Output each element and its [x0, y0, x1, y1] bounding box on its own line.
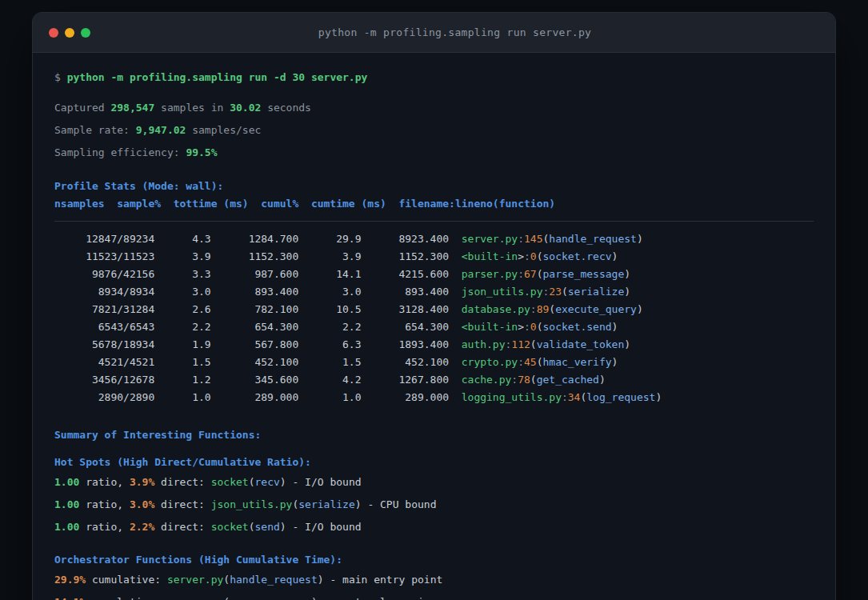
row-close-paren: ) [637, 233, 643, 245]
hot-ratio: 1.00 [54, 476, 79, 488]
row-colon: : [518, 356, 524, 368]
captured-seconds: 30.02 [230, 102, 261, 114]
row-open-paren: ( [549, 303, 555, 315]
hot-close-paren: ) [280, 476, 286, 488]
row-metrics: 7821/31284 2.6 782.100 10.5 3128.400 [54, 303, 462, 315]
efficiency-value: 99.5% [186, 146, 217, 158]
orch-note: - protocol parsing [318, 596, 437, 600]
profile-table-row: 4521/4521 1.5 452.100 1.5 452.100 crypto… [54, 354, 814, 371]
row-close-paren: ) [624, 338, 630, 350]
row-open-paren: ( [530, 374, 537, 386]
row-colon: : [562, 391, 568, 403]
row-close-paren: ) [624, 286, 630, 298]
hot-ratio-label: ratio, [79, 476, 130, 488]
hot-ratio: 1.00 [54, 498, 79, 510]
hot-note: - CPU bound [362, 498, 437, 510]
hot-ratio-label: ratio, [79, 498, 130, 510]
window-titlebar[interactable]: python -m profiling.sampling run server.… [33, 13, 835, 53]
orch-close-paren: ) [311, 596, 318, 600]
minimize-button-icon[interactable] [65, 28, 74, 38]
row-filename-bracket: > [518, 250, 524, 262]
row-metrics: 6543/6543 2.2 654.300 2.2 654.300 [54, 321, 462, 333]
hot-ratio-label: ratio, [79, 521, 130, 533]
row-lineno: 112 [511, 338, 530, 350]
row-function: socket.recv [543, 250, 612, 262]
hot-file: socket [211, 476, 249, 488]
row-open-paren: ( [537, 356, 543, 368]
row-colon: : [518, 268, 524, 280]
row-lineno: 145 [524, 233, 542, 245]
rate-unit: samples/sec [186, 124, 261, 136]
sampling-efficiency-line: Sampling efficiency: 99.5% [54, 144, 814, 162]
hot-function: send [255, 521, 280, 533]
row-close-paren: ) [624, 268, 630, 280]
row-lineno: 23 [549, 286, 562, 298]
row-function: serialize [568, 286, 624, 298]
hot-close-paren: ) [280, 521, 286, 533]
hot-file: socket [211, 521, 249, 533]
row-open-paren: ( [537, 268, 543, 280]
row-lineno: 0 [530, 321, 537, 333]
hot-function: serialize [298, 498, 354, 510]
row-colon: : [511, 374, 518, 386]
orchestrator-item: 29.9% cumulative: server.py(handle_reque… [54, 571, 814, 589]
captured-label: Captured [54, 102, 110, 114]
hot-direct-pct: 2.2% [130, 521, 154, 533]
terminal-content[interactable]: $ python -m profiling.sampling run -d 30… [33, 69, 835, 600]
profile-table-row: 12847/89234 4.3 1284.700 29.9 8923.400 s… [54, 230, 814, 248]
orchestrator-list: 29.9% cumulative: server.py(handle_reque… [54, 571, 814, 600]
row-open-paren: ( [562, 286, 568, 298]
row-close-paren: ) [612, 250, 618, 262]
row-function: socket.send [543, 321, 612, 333]
row-function: hmac_verify [543, 356, 612, 368]
profile-table: 12847/89234 4.3 1284.700 29.9 8923.400 s… [54, 230, 814, 406]
hot-file: json_utils.py [211, 498, 293, 510]
profile-stats-heading: Profile Stats (Mode: wall): [54, 178, 814, 195]
profile-table-row: 6543/6543 2.2 654.300 2.2 654.300 <built… [54, 318, 814, 336]
profile-columns-header: nsamples sample% tottime (ms) cumul% cum… [54, 195, 814, 213]
row-open-paren: ( [530, 338, 537, 350]
close-button-icon[interactable] [49, 28, 58, 38]
command-text: python -m profiling.sampling run -d 30 s… [67, 71, 368, 83]
hot-spot-item: 1.00 ratio, 3.0% direct: json_utils.py(s… [54, 496, 814, 514]
row-colon: : [524, 321, 530, 333]
command-line: $ python -m profiling.sampling run -d 30… [54, 69, 814, 86]
row-function: get_cached [537, 374, 599, 386]
profile-table-row: 7821/31284 2.6 782.100 10.5 3128.400 dat… [54, 301, 814, 318]
hot-direct-label: direct: [154, 498, 210, 510]
row-function: execute_query [555, 303, 637, 315]
row-function: parse_message [543, 268, 625, 280]
orch-close-paren: ) [318, 574, 324, 586]
captured-samples-line: Captured 298,547 samples in 30.02 second… [54, 99, 814, 117]
orch-cumulative-label: cumulative: [86, 596, 167, 600]
row-filename-bracket: > [518, 321, 524, 333]
orch-function: handle_request [230, 574, 318, 586]
profile-table-row: 11523/11523 3.9 1152.300 3.9 1152.300 <b… [54, 248, 814, 266]
row-colon: : [530, 303, 537, 315]
row-metrics: 9876/42156 3.3 987.600 14.1 4215.600 [54, 268, 462, 280]
row-filename: crypto.py [462, 356, 518, 368]
hot-note: - I/O bound [286, 476, 362, 488]
row-colon: : [524, 250, 530, 262]
hot-direct-pct: 3.9% [130, 476, 154, 488]
sample-rate-line: Sample rate: 9,947.02 samples/sec [54, 122, 814, 139]
row-filename: <built-in [462, 321, 518, 333]
row-filename: <built-in [462, 250, 518, 262]
row-open-paren: ( [537, 250, 543, 262]
row-function: validate_token [537, 338, 625, 350]
orch-function: parse_message [230, 596, 311, 600]
captured-count: 298,547 [110, 102, 154, 114]
hot-close-paren: ) [355, 498, 362, 510]
maximize-button-icon[interactable] [81, 28, 90, 38]
row-close-paren: ) [612, 321, 618, 333]
row-metrics: 12847/89234 4.3 1284.700 29.9 8923.400 [54, 233, 462, 245]
row-filename: cache.py [462, 374, 512, 386]
row-close-paren: ) [637, 303, 643, 315]
hot-open-paren: ( [249, 476, 255, 488]
row-metrics: 4521/4521 1.5 452.100 1.5 452.100 [54, 356, 462, 368]
orch-open-paren: ( [223, 596, 230, 600]
hot-direct-pct: 3.0% [130, 498, 154, 510]
summary-heading: Summary of Interesting Functions: [54, 426, 814, 444]
profile-table-row: 3456/12678 1.2 345.600 4.2 1267.800 cach… [54, 371, 814, 389]
efficiency-label: Sampling efficiency: [54, 146, 186, 158]
